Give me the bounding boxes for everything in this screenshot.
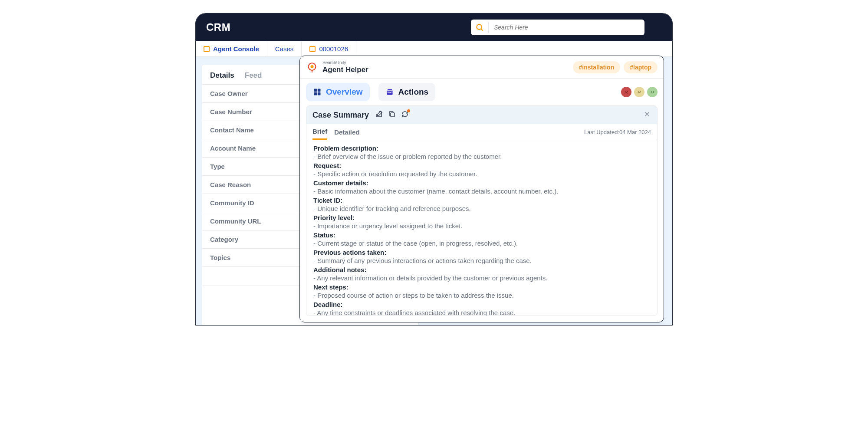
close-button[interactable] [643, 110, 651, 120]
detail-label: Contact Name [210, 126, 254, 134]
last-updated: Last Updated:04 Mar 2024 [584, 129, 651, 139]
section-text: - Specific action or resolution requeste… [313, 169, 650, 178]
svg-rect-8 [388, 89, 392, 90]
summary-section: Problem description:- Brief overview of … [313, 145, 650, 161]
section-text: - Any relevant information or details pr… [313, 273, 650, 283]
svg-rect-4 [314, 89, 317, 92]
sentiment-positive-icon[interactable] [647, 87, 658, 97]
sentiment-group [621, 87, 658, 97]
search-icon [475, 23, 484, 32]
tab-agent-console[interactable]: Agent Console [196, 41, 267, 56]
detail-label: Case Reason [210, 181, 251, 188]
tab-label: Agent Console [213, 45, 259, 53]
section-text: - Unique identifier for tracking and ref… [313, 204, 650, 213]
section-text: - Proposed course of action or steps to … [313, 291, 650, 300]
svg-rect-16 [391, 113, 395, 117]
section-text: - Importance or urgency level assigned t… [313, 221, 650, 230]
summary-section: Priority level:- Importance or urgency l… [313, 214, 650, 230]
tag-laptop[interactable]: #laptop [624, 61, 658, 73]
detail-label: Community URL [210, 217, 261, 225]
edit-button[interactable] [375, 110, 383, 120]
helper-subbar: Overview Actions [300, 79, 664, 105]
sentiment-negative-icon[interactable] [621, 87, 631, 97]
svg-point-9 [625, 91, 626, 92]
section-text: - Basic information about the customer (… [313, 187, 650, 196]
detail-label: Case Owner [210, 90, 248, 97]
summary-tabs: Brief Detailed Last Updated:04 Mar 2024 [306, 124, 657, 140]
summary-tab-detailed[interactable]: Detailed [334, 128, 359, 139]
agent-helper-panel: SearchUnify Agent Helper #installation #… [299, 56, 664, 322]
svg-point-3 [311, 65, 314, 68]
refresh-button[interactable] [401, 110, 409, 120]
crm-title: CRM [206, 21, 230, 33]
section-text: - Any time constraints or deadlines asso… [313, 308, 650, 316]
detail-label: Type [210, 163, 225, 170]
section-title: Request: [313, 162, 650, 169]
section-title: Ticket ID: [313, 197, 650, 204]
copy-icon [388, 110, 396, 118]
tab-label: Cases [275, 45, 294, 53]
tab-icon [309, 46, 316, 52]
tab-label: 00001026 [319, 45, 348, 53]
section-title: Deadline: [313, 301, 650, 308]
summary-section: Deadline:- Any time constraints or deadl… [313, 301, 650, 316]
tab-overview[interactable]: Overview [306, 83, 370, 101]
crm-topbar: CRM [196, 13, 672, 41]
detail-label: Case Number [210, 108, 252, 115]
helper-header: SearchUnify Agent Helper #installation #… [300, 56, 664, 79]
grid-icon [313, 88, 322, 96]
case-summary-card: Case Summary [306, 105, 658, 316]
section-title: Next steps: [313, 283, 650, 291]
section-text: - Brief overview of the issue or problem… [313, 152, 650, 161]
tab-icon [204, 46, 210, 52]
subtab-details[interactable]: Details [210, 71, 234, 80]
summary-tab-brief[interactable]: Brief [312, 128, 327, 140]
detail-label: Topics [210, 254, 230, 261]
notification-dot-icon [407, 109, 410, 112]
detail-label: Account Name [210, 145, 256, 152]
detail-label: Category [210, 236, 238, 243]
inbox-icon [385, 88, 394, 96]
search-input[interactable] [488, 22, 640, 33]
svg-point-14 [651, 91, 652, 92]
summary-section: Additional notes:- Any relevant informat… [313, 266, 650, 283]
global-search[interactable] [471, 20, 644, 35]
svg-rect-5 [318, 89, 321, 92]
sentiment-neutral-icon[interactable] [634, 87, 644, 97]
summary-body: Problem description:- Brief overview of … [306, 140, 657, 316]
section-title: Additional notes: [313, 266, 650, 273]
section-title: Status: [313, 231, 650, 239]
subtab-feed[interactable]: Feed [245, 71, 262, 80]
helper-name: Agent Helper [322, 66, 368, 74]
section-title: Customer details: [313, 179, 650, 187]
section-title: Problem description: [313, 145, 650, 152]
tab-cases[interactable]: Cases [267, 41, 302, 56]
section-text: - Summary of any previous interactions o… [313, 256, 650, 265]
svg-point-10 [627, 91, 628, 92]
svg-point-11 [638, 91, 639, 92]
svg-point-15 [653, 91, 654, 92]
summary-section: Customer details:- Basic information abo… [313, 179, 650, 196]
tab-overview-label: Overview [326, 87, 363, 97]
section-text: - Current stage or status of the case (o… [313, 239, 650, 248]
svg-point-12 [640, 91, 641, 92]
summary-section: Request:- Specific action or resolution … [313, 162, 650, 178]
detail-label: Community ID [210, 199, 254, 207]
summary-section: Status:- Current stage or status of the … [313, 231, 650, 248]
tab-actions[interactable]: Actions [378, 83, 436, 101]
svg-rect-7 [318, 92, 321, 95]
summary-section: Previous actions taken:- Summary of any … [313, 249, 650, 265]
close-icon [643, 110, 651, 118]
svg-point-0 [477, 24, 482, 30]
copy-button[interactable] [388, 110, 396, 120]
tab-actions-label: Actions [398, 87, 429, 97]
pencil-icon [375, 110, 383, 118]
tag-installation[interactable]: #installation [573, 61, 621, 73]
section-title: Priority level: [313, 214, 650, 221]
svg-line-1 [481, 29, 483, 31]
section-title: Previous actions taken: [313, 249, 650, 256]
helper-tags: #installation #laptop [573, 61, 658, 73]
summary-section: Ticket ID:- Unique identifier for tracki… [313, 197, 650, 213]
helper-brand: SearchUnify [322, 60, 368, 66]
tab-case-number[interactable]: 00001026 [302, 41, 356, 56]
